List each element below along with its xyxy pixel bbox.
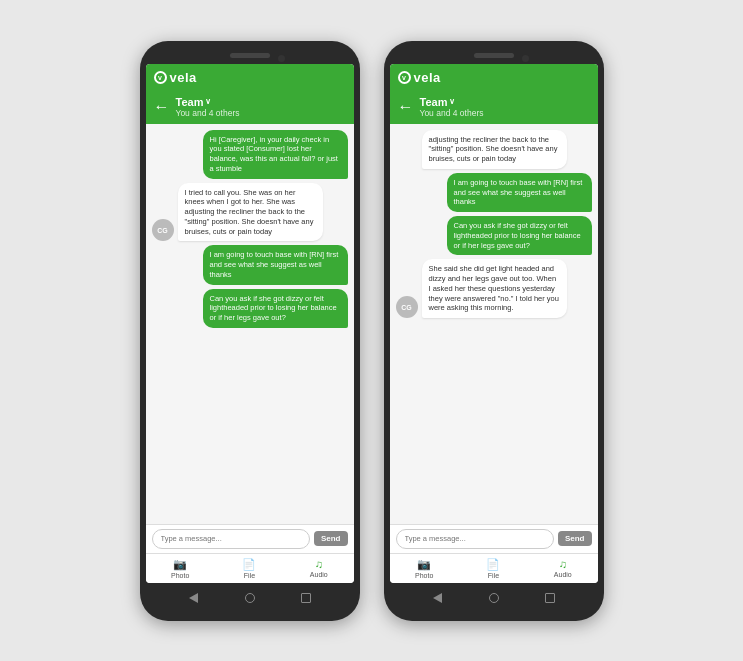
input-area-1: Send <box>146 524 354 553</box>
file-icon-1: 📄 <box>242 558 256 571</box>
phone-nav-1 <box>146 587 354 609</box>
phone-screen-2: v vela ← Team ∨ You and 4 others <box>390 64 598 583</box>
msg-row: I am going to touch base with [RN] first… <box>152 245 348 284</box>
vela-at-icon-2: v <box>398 71 411 84</box>
nav-bar-2: v vela <box>390 64 598 92</box>
vela-logo-text-1: vela <box>170 70 197 85</box>
phone-speaker-1 <box>230 53 270 58</box>
chat-header-info-1: Team ∨ You and 4 others <box>176 96 240 118</box>
msg-row: Can you ask if she got dizzy or felt lig… <box>152 289 348 328</box>
bubble: I tried to call you. She was on her knee… <box>178 183 323 242</box>
message-input-2[interactable] <box>396 529 554 549</box>
vela-logo-2: v vela <box>398 70 441 85</box>
nav-menu-btn-2[interactable] <box>543 591 557 605</box>
phone-1: v vela ← Team ∨ You and 4 others <box>140 41 360 621</box>
phone-camera-2 <box>522 55 529 62</box>
bubble: Can you ask if she got dizzy or felt lig… <box>203 289 348 328</box>
bubble: I am going to touch base with [RN] first… <box>447 173 592 212</box>
nav-menu-icon-2 <box>545 593 555 603</box>
audio-icon-1: ♫ <box>315 558 323 570</box>
phone-nav-2 <box>390 587 598 609</box>
bubble: Can you ask if she got dizzy or felt lig… <box>447 216 592 255</box>
send-button-1[interactable]: Send <box>314 531 348 546</box>
chat-header-2: ← Team ∨ You and 4 others <box>390 92 598 124</box>
bottom-bar-2: 📷 Photo 📄 File ♫ Audio <box>390 553 598 583</box>
chat-header-1: ← Team ∨ You and 4 others <box>146 92 354 124</box>
nav-menu-btn-1[interactable] <box>299 591 313 605</box>
nav-home-icon-1 <box>245 593 255 603</box>
msg-row: I am going to touch base with [RN] first… <box>396 173 592 212</box>
nav-home-btn-2[interactable] <box>487 591 501 605</box>
chat-subtitle-2: You and 4 others <box>420 108 484 118</box>
bubble: adjusting the recliner the back to the "… <box>422 130 567 169</box>
audio-icon-2: ♫ <box>559 558 567 570</box>
chat-name-1[interactable]: Team ∨ <box>176 96 240 108</box>
camera-icon-1: 📷 <box>173 558 187 571</box>
photo-label-2: Photo <box>415 572 433 579</box>
chat-subtitle-1: You and 4 others <box>176 108 240 118</box>
audio-button-1[interactable]: ♫ Audio <box>284 558 353 579</box>
msg-row: CG She said she did get light headed and… <box>396 259 592 318</box>
msg-row: CG I tried to call you. She was on her k… <box>152 183 348 242</box>
audio-button-2[interactable]: ♫ Audio <box>528 558 597 579</box>
messages-1: Hi [Caregiver], in your daily check in y… <box>146 124 354 524</box>
send-button-2[interactable]: Send <box>558 531 592 546</box>
team-label-2: Team <box>420 96 448 108</box>
message-input-1[interactable] <box>152 529 310 549</box>
bubble: I am going to touch base with [RN] first… <box>203 245 348 284</box>
file-label-2: File <box>488 572 499 579</box>
nav-back-icon-1 <box>189 593 198 603</box>
photo-label-1: Photo <box>171 572 189 579</box>
bubble: She said she did get light headed and di… <box>422 259 567 318</box>
phone-speaker-2 <box>474 53 514 58</box>
avatar: CG <box>396 296 418 318</box>
msg-row: Can you ask if she got dizzy or felt lig… <box>396 216 592 255</box>
phone-camera-1 <box>278 55 285 62</box>
bubble: Hi [Caregiver], in your daily check in y… <box>203 130 348 179</box>
phone-2: v vela ← Team ∨ You and 4 others <box>384 41 604 621</box>
chevron-icon-1: ∨ <box>205 97 211 106</box>
audio-label-2: Audio <box>554 571 572 578</box>
vela-logo-text-2: vela <box>414 70 441 85</box>
chat-name-2[interactable]: Team ∨ <box>420 96 484 108</box>
vela-logo-1: v vela <box>154 70 197 85</box>
file-icon-2: 📄 <box>486 558 500 571</box>
avatar <box>396 147 418 169</box>
scene: v vela ← Team ∨ You and 4 others <box>140 41 604 621</box>
avatar: CG <box>152 219 174 241</box>
nav-back-btn-1[interactable] <box>187 591 201 605</box>
nav-back-btn-2[interactable] <box>431 591 445 605</box>
nav-home-btn-1[interactable] <box>243 591 257 605</box>
chevron-icon-2: ∨ <box>449 97 455 106</box>
bottom-bar-1: 📷 Photo 📄 File ♫ Audio <box>146 553 354 583</box>
msg-row: Hi [Caregiver], in your daily check in y… <box>152 130 348 179</box>
file-button-1[interactable]: 📄 File <box>215 558 284 579</box>
camera-icon-2: 📷 <box>417 558 431 571</box>
nav-home-icon-2 <box>489 593 499 603</box>
back-button-1[interactable]: ← <box>154 98 170 116</box>
messages-2: adjusting the recliner the back to the "… <box>390 124 598 524</box>
file-button-2[interactable]: 📄 File <box>459 558 528 579</box>
vela-at-icon-1: v <box>154 71 167 84</box>
nav-bar-1: v vela <box>146 64 354 92</box>
audio-label-1: Audio <box>310 571 328 578</box>
nav-back-icon-2 <box>433 593 442 603</box>
input-area-2: Send <box>390 524 598 553</box>
back-button-2[interactable]: ← <box>398 98 414 116</box>
file-label-1: File <box>244 572 255 579</box>
msg-row: adjusting the recliner the back to the "… <box>396 130 592 169</box>
photo-button-2[interactable]: 📷 Photo <box>390 558 459 579</box>
phone-screen-1: v vela ← Team ∨ You and 4 others <box>146 64 354 583</box>
nav-menu-icon-1 <box>301 593 311 603</box>
chat-header-info-2: Team ∨ You and 4 others <box>420 96 484 118</box>
team-label-1: Team <box>176 96 204 108</box>
photo-button-1[interactable]: 📷 Photo <box>146 558 215 579</box>
